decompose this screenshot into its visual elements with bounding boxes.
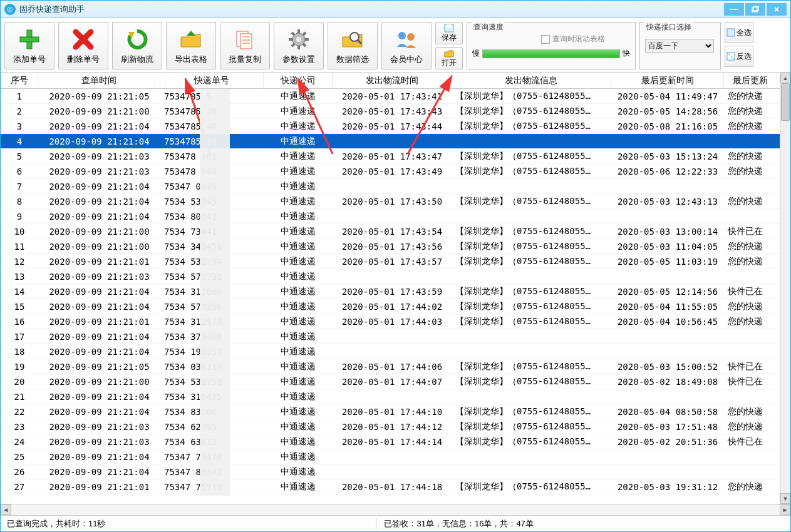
- users-icon: [393, 26, 420, 53]
- col-seq[interactable]: 序号: [1, 73, 38, 89]
- status-counts: 已签收：31单，无信息：16单，共：47单: [384, 518, 533, 529]
- table-row[interactable]: 272020-09-09 21:21:0175347 75515中通速递2020…: [1, 479, 790, 494]
- scroll-left-arrow[interactable]: ◄: [1, 504, 11, 515]
- speed-slider[interactable]: [482, 49, 620, 58]
- svg-rect-9: [240, 34, 252, 49]
- select-invert-button[interactable]: 反选: [725, 46, 753, 67]
- svg-rect-0: [752, 8, 757, 12]
- table-row[interactable]: 132020-09-09 21:21:037534 573732中通速递: [1, 269, 790, 284]
- table-row[interactable]: 222020-09-09 21:21:047534 83006中通速递2020-…: [1, 404, 790, 419]
- table-header: 序号 查单时间 快递单号 快递公司 发出物流时间 发出物流信息 最后更新时间 最…: [1, 73, 790, 89]
- open-icon: [444, 49, 454, 58]
- col-updatemsg[interactable]: 最后更新: [724, 73, 777, 89]
- maximize-button[interactable]: [745, 3, 765, 16]
- table-row[interactable]: 232020-09-09 21:21:037534 62995中通速递2020-…: [1, 419, 790, 434]
- export-button[interactable]: 导出表格: [166, 22, 216, 69]
- titlebar: ◎ 固乔快递查询助手 ×: [1, 1, 790, 18]
- svg-point-14: [296, 37, 301, 42]
- svg-marker-7: [187, 31, 195, 36]
- svg-rect-1: [753, 6, 758, 11]
- svg-line-21: [303, 33, 306, 35]
- toolbar: 添加单号 删除单号 刷新物流 导出表格 批量复制 参数设置 数据筛选 会员中心: [1, 18, 790, 73]
- table-row[interactable]: 182020-09-09 21:21:047534 190357中通速递: [1, 344, 790, 359]
- table-row[interactable]: 12020-09-09 21:21:057534785 5中通速递2020-05…: [1, 89, 790, 104]
- api-select[interactable]: 百度一下: [645, 39, 714, 53]
- col-shipinfo[interactable]: 发出物流信息: [452, 73, 611, 89]
- save-icon: [444, 24, 454, 33]
- save-button[interactable]: 保存: [435, 22, 463, 44]
- table-row[interactable]: 152020-09-09 21:21:047534 573396中通速递2020…: [1, 299, 790, 314]
- member-button[interactable]: 会员中心: [381, 22, 432, 69]
- horizontal-scrollbar[interactable]: ◄ ►: [1, 504, 790, 515]
- x-icon: [70, 26, 96, 53]
- select-all-button[interactable]: 全选: [725, 22, 753, 43]
- col-shiptime[interactable]: 发出物流时间: [333, 73, 452, 89]
- select-all-icon: [726, 28, 735, 37]
- svg-line-20: [303, 44, 306, 46]
- refresh-button[interactable]: 刷新物流: [112, 22, 162, 69]
- plus-icon: [16, 26, 43, 53]
- scroll-right-arrow[interactable]: ►: [780, 504, 790, 515]
- scroll-up-arrow[interactable]: ▲: [780, 73, 790, 83]
- refresh-icon: [124, 26, 150, 53]
- table-row[interactable]: 172020-09-09 21:21:047534 373406中通速递: [1, 329, 790, 344]
- table-row[interactable]: 42020-09-09 21:21:047534785 34中通速递: [1, 134, 790, 149]
- col-updatetime[interactable]: 最后更新时间: [611, 73, 724, 89]
- gear-icon: [286, 26, 312, 53]
- api-panel: 快递接口选择 百度一下: [639, 22, 721, 69]
- table-row[interactable]: 252020-09-09 21:21:0475347 73470中通速递: [1, 449, 790, 464]
- speed-panel: 查询速度 查询时滚动表格 慢 快: [467, 22, 636, 69]
- table-row[interactable]: 32020-09-09 21:21:047534785 46中通速递2020-0…: [1, 119, 790, 134]
- svg-rect-28: [447, 24, 452, 28]
- svg-point-23: [350, 33, 359, 41]
- table-row[interactable]: 22020-09-09 21:21:007534785 20中通速递2020-0…: [1, 104, 790, 119]
- scroll-down-arrow[interactable]: ▼: [780, 493, 790, 504]
- table-row[interactable]: 202020-09-09 21:21:007534 532753中通速递2020…: [1, 374, 790, 389]
- statusbar: 已查询完成，共耗时：11秒 已签收：31单，无信息：16单，共：47单: [1, 515, 790, 531]
- col-querytime[interactable]: 查单时间: [38, 73, 160, 89]
- table-row[interactable]: 102020-09-09 21:21:007534 73441中通速递2020-…: [1, 224, 790, 239]
- table-row[interactable]: 62020-09-09 21:21:03753478 846中通速递2020-0…: [1, 164, 790, 179]
- open-button[interactable]: 打开: [435, 47, 463, 69]
- select-invert-icon: [726, 52, 735, 61]
- col-company[interactable]: 快递公司: [264, 73, 333, 89]
- delete-button[interactable]: 删除单号: [58, 22, 108, 69]
- table-row[interactable]: 82020-09-09 21:21:047534 53945中通速递2020-0…: [1, 194, 790, 209]
- table-row[interactable]: 92020-09-09 21:21:047534 80042中通速递: [1, 209, 790, 224]
- add-button[interactable]: 添加单号: [4, 22, 54, 69]
- vertical-scrollbar[interactable]: ▲ ▼: [780, 73, 790, 504]
- table-body[interactable]: 12020-09-09 21:21:057534785 5中通速递2020-05…: [1, 89, 790, 504]
- table-row[interactable]: 212020-09-09 21:21:047534 310435中通速递: [1, 389, 790, 404]
- table-row[interactable]: 262020-09-09 21:21:0475347 86342中通速递: [1, 464, 790, 479]
- minimize-button[interactable]: [724, 3, 744, 16]
- svg-line-22: [292, 44, 294, 46]
- svg-line-19: [292, 33, 294, 35]
- params-button[interactable]: 参数设置: [274, 22, 324, 69]
- table-row[interactable]: 52020-09-09 21:21:03753478 361中通速递2020-0…: [1, 149, 790, 164]
- copy-icon: [232, 26, 258, 53]
- app-title: 固乔快递查询助手: [19, 4, 85, 15]
- svg-rect-3: [20, 37, 39, 42]
- table-row[interactable]: 122020-09-09 21:21:017534 532794中通速递2020…: [1, 254, 790, 269]
- col-trackno[interactable]: 快递单号: [160, 73, 264, 89]
- app-icon: ◎: [4, 4, 16, 15]
- table-row[interactable]: 72020-09-09 21:21:0475347 0849中通速递: [1, 179, 790, 194]
- folder-export-icon: [178, 26, 204, 53]
- table-row[interactable]: 162020-09-09 21:21:017534 312573中通速递2020…: [1, 314, 790, 329]
- copy-button[interactable]: 批量复制: [220, 22, 270, 69]
- svg-point-26: [407, 33, 415, 41]
- table-row[interactable]: 142020-09-09 21:21:047534 312609中通速递2020…: [1, 284, 790, 299]
- svg-point-25: [398, 32, 406, 39]
- table-row[interactable]: 242020-09-09 21:21:037534 63613中通速递2020-…: [1, 434, 790, 449]
- table: 序号 查单时间 快递单号 快递公司 发出物流时间 发出物流信息 最后更新时间 最…: [1, 73, 790, 504]
- table-row[interactable]: 192020-09-09 21:21:057534 036314中通速递2020…: [1, 359, 790, 374]
- svg-rect-29: [727, 29, 735, 36]
- scroll-checkbox[interactable]: 查询时滚动表格: [541, 34, 630, 44]
- status-done: 已查询完成，共耗时：11秒: [7, 518, 105, 529]
- search-folder-icon: [339, 26, 366, 53]
- filter-button[interactable]: 数据筛选: [328, 22, 378, 69]
- scroll-thumb[interactable]: [781, 83, 790, 121]
- close-button[interactable]: ×: [767, 3, 787, 16]
- table-row[interactable]: 112020-09-09 21:21:007534 349451中通速递2020…: [1, 239, 790, 254]
